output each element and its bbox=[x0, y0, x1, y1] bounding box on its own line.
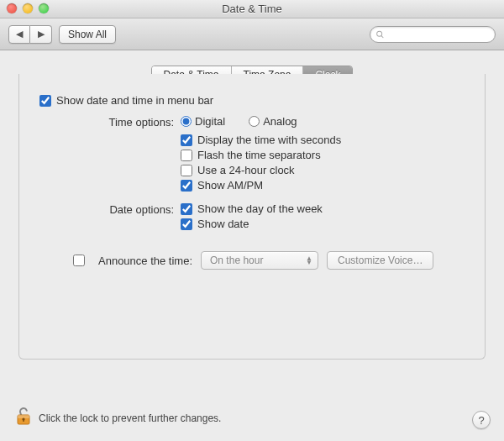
toolbar: ◀ ▶ Show All bbox=[0, 18, 504, 50]
window-title: Date & Time bbox=[222, 3, 282, 15]
time-style-digital[interactable]: Digital bbox=[181, 115, 225, 128]
search-icon bbox=[375, 29, 385, 39]
show-ampm-checkbox[interactable] bbox=[181, 180, 192, 192]
svg-rect-3 bbox=[18, 415, 29, 418]
lock-footer: Click the lock to prevent further change… bbox=[15, 407, 221, 429]
announce-time-checkbox[interactable] bbox=[73, 255, 85, 266]
show-in-menu-bar-checkbox[interactable] bbox=[39, 95, 51, 107]
time-style-analog[interactable]: Analog bbox=[249, 115, 297, 128]
chevron-right-icon: ▶ bbox=[38, 29, 45, 39]
titlebar: Date & Time bbox=[0, 0, 504, 18]
back-button[interactable]: ◀ bbox=[8, 25, 30, 44]
traffic-lights bbox=[7, 3, 49, 13]
updown-icon: ▲▼ bbox=[306, 256, 312, 265]
show-day-of-week-checkbox[interactable] bbox=[181, 203, 192, 215]
use-24h-label: Use a 24-hour clock bbox=[197, 164, 295, 176]
minimize-icon[interactable] bbox=[23, 3, 33, 13]
announce-time-label: Announce the time: bbox=[98, 255, 192, 267]
flash-separators-checkbox[interactable] bbox=[181, 150, 192, 161]
help-icon: ? bbox=[478, 414, 484, 427]
lock-icon[interactable] bbox=[15, 407, 32, 429]
customize-voice-button[interactable]: Customize Voice… bbox=[327, 251, 433, 270]
use-24h-checkbox[interactable] bbox=[181, 165, 192, 176]
show-in-menu-bar-label: Show date and time in menu bar bbox=[56, 94, 213, 107]
chevron-left-icon: ◀ bbox=[16, 29, 23, 39]
announce-interval-select[interactable]: On the hour ▲▼ bbox=[201, 251, 318, 270]
display-seconds-checkbox[interactable] bbox=[181, 134, 192, 146]
announce-interval-value: On the hour bbox=[210, 255, 263, 266]
show-date-label: Show date bbox=[197, 218, 249, 230]
show-date-checkbox[interactable] bbox=[181, 218, 192, 230]
digital-radio[interactable] bbox=[181, 116, 192, 127]
help-button[interactable]: ? bbox=[472, 411, 491, 429]
clock-settings-group: Show date and time in menu bar Time opti… bbox=[18, 74, 486, 360]
search-input[interactable] bbox=[388, 28, 490, 41]
svg-line-1 bbox=[381, 35, 383, 37]
zoom-icon[interactable] bbox=[39, 3, 49, 13]
svg-point-0 bbox=[377, 31, 382, 36]
display-seconds-label: Display the time with seconds bbox=[197, 134, 341, 146]
show-day-of-week-label: Show the day of the week bbox=[197, 202, 323, 215]
flash-separators-label: Flash the time separators bbox=[197, 149, 321, 161]
search-field[interactable] bbox=[370, 26, 496, 43]
analog-radio[interactable] bbox=[249, 116, 260, 127]
time-options-label: Time options: bbox=[39, 115, 181, 194]
customize-voice-label: Customize Voice… bbox=[338, 255, 423, 266]
forward-button[interactable]: ▶ bbox=[30, 25, 52, 44]
svg-rect-5 bbox=[23, 419, 24, 422]
content-pane: Date & Time Time Zone Clock Show date an… bbox=[0, 50, 504, 441]
close-icon[interactable] bbox=[7, 3, 17, 13]
show-all-label: Show All bbox=[68, 29, 107, 40]
show-ampm-label: Show AM/PM bbox=[197, 179, 263, 192]
lock-text: Click the lock to prevent further change… bbox=[39, 412, 221, 424]
date-options-label: Date options: bbox=[39, 202, 181, 233]
show-all-button[interactable]: Show All bbox=[59, 25, 116, 44]
nav-buttons: ◀ ▶ bbox=[8, 25, 52, 44]
